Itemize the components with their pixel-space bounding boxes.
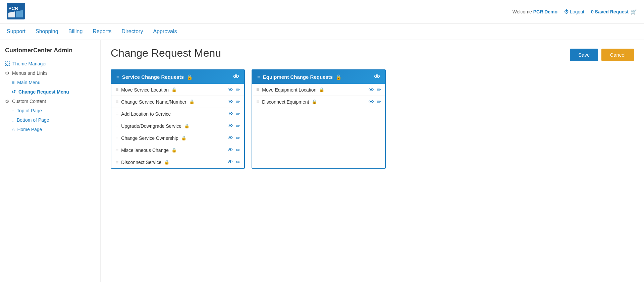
edit-button[interactable]: ✏ <box>236 111 240 117</box>
lock-icon: 🔒 <box>184 123 190 128</box>
content-area: Change Request Menu Save Cancel ≡ Servic… <box>101 40 644 282</box>
arrow-down-icon: ↓ <box>12 117 14 123</box>
lock-icon: 🔒 <box>171 87 177 92</box>
refresh-icon: ↺ <box>12 89 16 95</box>
equipment-change-requests-card: ≡ Equipment Change Requests 🔒 👁 ≡ Move E… <box>252 69 386 169</box>
header-buttons: Save Cancel <box>570 49 634 61</box>
sidebar-item-home-page[interactable]: ⌂ Home Page <box>3 125 97 134</box>
service-card-title: Service Change Requests <box>122 74 184 80</box>
sidebar-item-change-request-menu[interactable]: ↺ Change Request Menu <box>3 87 97 97</box>
header-right: Welcome PCR Demo ⏻ Logout 0 Saved Reques… <box>513 8 637 15</box>
visibility-toggle[interactable]: 👁 <box>369 99 374 105</box>
service-change-requests-card: ≡ Service Change Requests 🔒 👁 ≡ Move Ser… <box>111 69 245 169</box>
visibility-toggle[interactable]: 👁 <box>228 123 233 129</box>
lock-icon: 🔒 <box>181 135 186 140</box>
edit-button[interactable]: ✏ <box>236 135 240 141</box>
edit-button[interactable]: ✏ <box>236 147 240 153</box>
equipment-card-body: ≡ Move Equipment Location 🔒 👁 ✏ ≡ <box>252 84 385 108</box>
saved-request-button[interactable]: 0 Saved Request 🛒 <box>591 8 637 15</box>
main-nav: Support Shopping Billing Reports Directo… <box>0 23 644 40</box>
table-row: ≡ Disconnect Equipment 🔒 👁 ✏ <box>252 96 385 108</box>
table-row: ≡ Disconnect Service 🔒 👁 ✏ <box>111 156 244 168</box>
drag-icon: ≡ <box>115 99 118 105</box>
equipment-card-visibility-icon[interactable]: 👁 <box>374 73 380 80</box>
table-row: ≡ Miscellaneous Change 🔒 👁 ✏ <box>111 144 244 156</box>
drag-icon: ≡ <box>115 159 118 165</box>
nav-support[interactable]: Support <box>7 24 25 39</box>
sidebar-section-menus: ⚙ Menus and Links <box>3 68 97 78</box>
content-header: Change Request Menu Save Cancel <box>111 47 634 61</box>
power-icon: ⏻ <box>564 9 569 14</box>
visibility-toggle[interactable]: 👁 <box>228 111 233 117</box>
service-lock-icon: 🔒 <box>186 74 193 80</box>
nav-approvals[interactable]: Approvals <box>153 24 177 39</box>
cards-grid: ≡ Service Change Requests 🔒 👁 ≡ Move Ser… <box>111 69 634 169</box>
drag-icon: ≡ <box>115 147 118 153</box>
edit-button[interactable]: ✏ <box>377 87 381 93</box>
lock-icon: 🔒 <box>189 99 195 104</box>
equipment-lock-icon: 🔒 <box>335 74 342 80</box>
nav-shopping[interactable]: Shopping <box>36 24 58 39</box>
username: PCR Demo <box>533 9 557 14</box>
cancel-button[interactable]: Cancel <box>601 49 634 61</box>
save-button[interactable]: Save <box>570 49 598 61</box>
drag-icon: ≡ <box>256 99 259 105</box>
lock-icon: 🔒 <box>312 99 317 104</box>
service-card-body: ≡ Move Service Location 🔒 👁 ✏ ≡ <box>111 84 244 168</box>
item-label: Disconnect Equipment <box>262 99 309 105</box>
main-layout: CustomerCenter Admin 🖼 Theme Manager ⚙ M… <box>0 40 644 282</box>
edit-button[interactable]: ✏ <box>236 87 240 93</box>
edit-button[interactable]: ✏ <box>377 99 381 105</box>
edit-button[interactable]: ✏ <box>236 123 240 129</box>
visibility-toggle[interactable]: 👁 <box>228 147 233 153</box>
nav-billing[interactable]: Billing <box>68 24 83 39</box>
service-card-header: ≡ Service Change Requests 🔒 👁 <box>111 70 244 84</box>
table-row: ≡ Add Location to Service 👁 ✏ <box>111 108 244 120</box>
sidebar-item-main-menu[interactable]: ≡ Main Menu <box>3 78 97 87</box>
table-row: ≡ Change Service Ownership 🔒 👁 ✏ <box>111 132 244 144</box>
service-card-visibility-icon[interactable]: 👁 <box>233 73 239 80</box>
welcome-text: Welcome PCR Demo <box>513 9 557 14</box>
drag-icon: ≡ <box>115 87 118 93</box>
page-title: Change Request Menu <box>111 47 221 59</box>
cart-icon: 🛒 <box>631 8 637 15</box>
service-drag-icon: ≡ <box>116 74 119 80</box>
visibility-toggle[interactable]: 👁 <box>228 159 233 165</box>
item-label: Change Service Name/Number <box>121 99 186 105</box>
sidebar-title: CustomerCenter Admin <box>3 47 97 54</box>
gear-icon: ⚙ <box>5 70 9 76</box>
table-row: ≡ Move Service Location 🔒 👁 ✏ <box>111 84 244 96</box>
image-icon: 🖼 <box>5 61 10 66</box>
lock-icon: 🔒 <box>164 160 169 165</box>
header: PCR Welcome PCR Demo ⏻ Logout 0 Saved Re… <box>0 0 644 23</box>
table-row: ≡ Upgrade/Downgrade Service 🔒 👁 ✏ <box>111 120 244 132</box>
svg-text:PCR: PCR <box>8 6 18 11</box>
visibility-toggle[interactable]: 👁 <box>228 99 233 105</box>
nav-reports[interactable]: Reports <box>93 24 111 39</box>
item-label: Move Service Location <box>121 87 169 93</box>
edit-button[interactable]: ✏ <box>236 159 240 165</box>
drag-icon: ≡ <box>256 87 259 93</box>
sidebar: CustomerCenter Admin 🖼 Theme Manager ⚙ M… <box>0 40 101 282</box>
visibility-toggle[interactable]: 👁 <box>228 135 233 141</box>
table-row: ≡ Change Service Name/Number 🔒 👁 ✏ <box>111 96 244 108</box>
drag-icon: ≡ <box>115 111 118 117</box>
drag-icon: ≡ <box>115 123 118 129</box>
lock-icon: 🔒 <box>319 87 324 92</box>
logout-button[interactable]: ⏻ Logout <box>564 9 584 14</box>
logo: PCR <box>7 3 25 20</box>
sidebar-item-top-of-page[interactable]: ↑ Top of Page <box>3 106 97 115</box>
sidebar-item-bottom-of-page[interactable]: ↓ Bottom of Page <box>3 115 97 125</box>
visibility-toggle[interactable]: 👁 <box>369 87 374 93</box>
visibility-toggle[interactable]: 👁 <box>228 87 233 93</box>
nav-directory[interactable]: Directory <box>121 24 143 39</box>
list-icon: ≡ <box>12 80 14 85</box>
equipment-card-header-left: ≡ Equipment Change Requests 🔒 <box>257 74 342 80</box>
equipment-card-title: Equipment Change Requests <box>263 74 333 80</box>
table-row: ≡ Move Equipment Location 🔒 👁 ✏ <box>252 84 385 96</box>
item-label: Add Location to Service <box>121 111 171 117</box>
item-label: Disconnect Service <box>121 160 161 165</box>
service-card-header-left: ≡ Service Change Requests 🔒 <box>116 74 193 80</box>
edit-button[interactable]: ✏ <box>236 99 240 105</box>
sidebar-item-theme-manager[interactable]: 🖼 Theme Manager <box>3 59 97 68</box>
